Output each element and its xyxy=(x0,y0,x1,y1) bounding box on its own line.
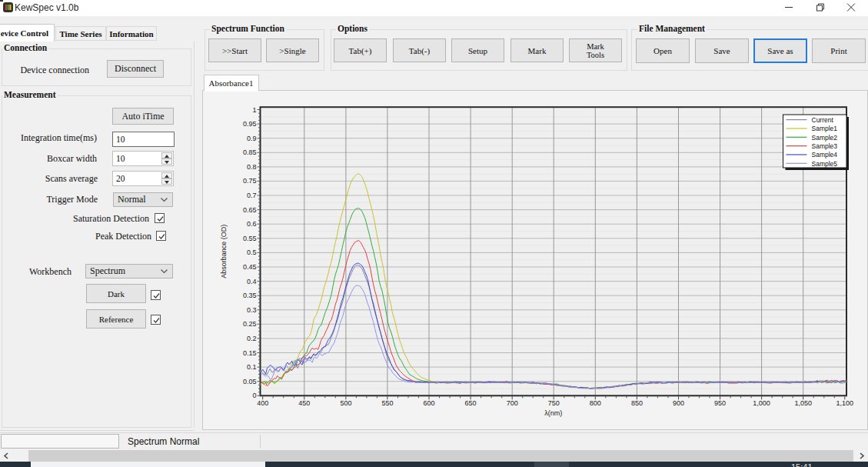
svg-text:Sample3: Sample3 xyxy=(812,142,838,150)
svg-text:0.2: 0.2 xyxy=(247,335,257,342)
svg-text:Sample1: Sample1 xyxy=(812,125,838,132)
svg-text:600: 600 xyxy=(423,399,434,407)
svg-text:0.5: 0.5 xyxy=(247,249,257,256)
svg-text:700: 700 xyxy=(507,399,518,407)
svg-text:1,100: 1,100 xyxy=(836,399,854,407)
svg-text:0.4: 0.4 xyxy=(247,278,257,285)
svg-text:900: 900 xyxy=(673,399,684,407)
svg-text:Current: Current xyxy=(812,116,834,124)
svg-text:0.25: 0.25 xyxy=(243,320,257,328)
svg-text:0: 0 xyxy=(252,392,256,399)
svg-text:0.15: 0.15 xyxy=(243,349,257,357)
svg-text:550: 550 xyxy=(381,399,393,407)
svg-text:1: 1 xyxy=(252,106,256,114)
svg-text:950: 950 xyxy=(714,399,726,407)
svg-text:0.85: 0.85 xyxy=(243,148,257,156)
svg-text:0.35: 0.35 xyxy=(243,292,257,299)
svg-text:650: 650 xyxy=(465,399,477,407)
svg-text:800: 800 xyxy=(590,399,601,407)
svg-text:0.05: 0.05 xyxy=(243,378,257,385)
svg-text:750: 750 xyxy=(548,399,560,407)
svg-text:0.55: 0.55 xyxy=(243,235,257,242)
svg-text:Sample5: Sample5 xyxy=(812,160,838,168)
svg-text:1,050: 1,050 xyxy=(794,399,812,407)
svg-text:0.9: 0.9 xyxy=(247,135,257,142)
svg-text:Sample2: Sample2 xyxy=(812,134,838,142)
svg-text:1,000: 1,000 xyxy=(753,399,770,407)
svg-text:0.3: 0.3 xyxy=(247,306,257,314)
svg-text:0.7: 0.7 xyxy=(247,192,257,199)
svg-text:0.6: 0.6 xyxy=(247,220,257,228)
svg-text:Sample4: Sample4 xyxy=(812,151,838,158)
svg-text:450: 450 xyxy=(298,399,310,407)
svg-text:0.65: 0.65 xyxy=(243,206,257,214)
svg-text:500: 500 xyxy=(340,399,351,407)
svg-text:400: 400 xyxy=(257,399,268,407)
svg-text:λ(nm): λ(nm) xyxy=(544,409,562,417)
svg-text:0.95: 0.95 xyxy=(243,120,257,128)
svg-text:0.8: 0.8 xyxy=(247,163,257,171)
svg-text:850: 850 xyxy=(631,399,643,407)
svg-text:Absorbance (OD): Absorbance (OD) xyxy=(220,225,228,279)
svg-text:0.45: 0.45 xyxy=(243,263,257,271)
svg-text:0.75: 0.75 xyxy=(243,177,257,185)
svg-text:0.1: 0.1 xyxy=(247,363,257,371)
